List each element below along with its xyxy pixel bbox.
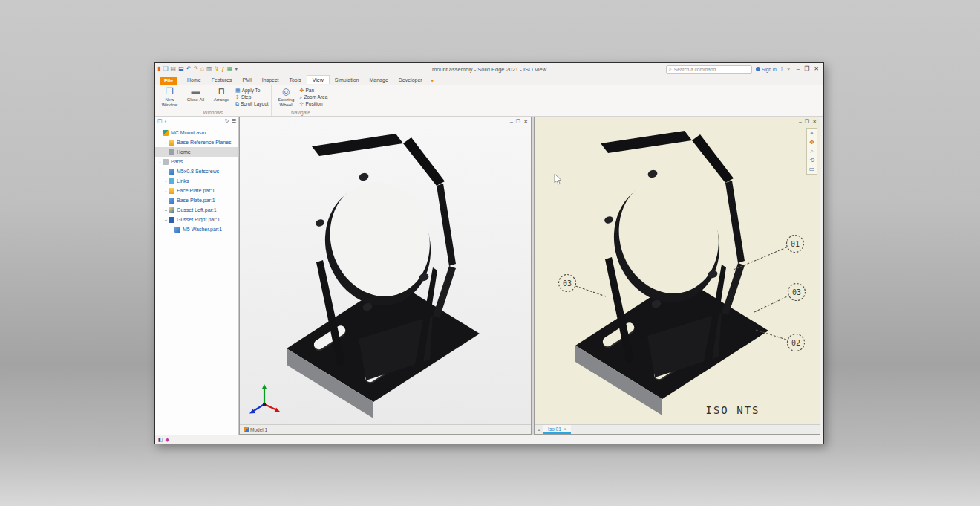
assembly-viewport[interactable]: – ❒ ✕ bbox=[240, 117, 531, 424]
fit-icon[interactable]: ▭ bbox=[809, 166, 815, 172]
pan-button[interactable]: ✥Pan bbox=[300, 88, 328, 93]
tree-item-mc-mount-asm[interactable]: MC Mount.asm bbox=[155, 128, 238, 137]
step-button[interactable]: ↧Step bbox=[235, 94, 269, 100]
position-button[interactable]: ⊹Position bbox=[300, 101, 328, 106]
tab-manage[interactable]: Manage bbox=[364, 76, 393, 84]
app-logo-icon[interactable]: ▮ bbox=[157, 66, 160, 72]
balloon-annotations: 01030203 bbox=[535, 117, 820, 424]
mouse-cursor bbox=[554, 174, 562, 185]
close-all-button[interactable]: ▬Close All bbox=[183, 86, 208, 109]
tab-simulation[interactable]: Simulation bbox=[330, 76, 365, 84]
rotate-icon[interactable]: ⟲ bbox=[809, 157, 814, 163]
new-document-icon[interactable]: ❏ bbox=[163, 66, 168, 72]
expander-icon[interactable]: + bbox=[163, 218, 169, 222]
ribbon: ❐New Window▬Close All⊓Arrange▦Apply To↧S… bbox=[155, 85, 823, 117]
tree-item-gusset-left-par-1[interactable]: +Gusset Left.par:1 bbox=[155, 205, 238, 215]
save-icon[interactable]: ⬓ bbox=[178, 66, 184, 72]
tree-item-m5x0-8-setscrews[interactable]: +M5x0.8 Setscrews bbox=[155, 166, 238, 176]
maximize-button[interactable]: ❐ bbox=[804, 66, 809, 72]
sign-in-button[interactable]: Sign in bbox=[756, 67, 777, 72]
minimize-button[interactable]: – bbox=[799, 119, 802, 124]
apply-to-button[interactable]: ▦Apply To bbox=[235, 88, 269, 93]
expander-icon[interactable]: - bbox=[163, 189, 169, 193]
undo-icon[interactable]: ↶ bbox=[186, 66, 192, 72]
window-background bbox=[820, 117, 823, 435]
close-button[interactable]: ✕ bbox=[523, 119, 528, 124]
redo-icon[interactable]: ↷ bbox=[193, 66, 198, 72]
zoom-area-icon: ⌕ bbox=[300, 94, 303, 100]
search-placeholder: Search a command bbox=[674, 67, 716, 72]
tree-item-label: Base Plate.par:1 bbox=[177, 198, 215, 203]
tab-pmi[interactable]: PMI bbox=[237, 76, 256, 84]
tree-item-base-plate-par-1[interactable]: +Base Plate.par:1 bbox=[155, 195, 238, 205]
tree-item-m5-washer-par-1[interactable]: M5 Washer.par:1 bbox=[155, 224, 238, 234]
panel-collapse-icon[interactable]: ‹ bbox=[165, 119, 166, 124]
scroll-layout-button[interactable]: ⧉Scroll Layout bbox=[235, 101, 269, 106]
expander-icon[interactable]: + bbox=[163, 140, 169, 145]
tab-developer[interactable]: Developer bbox=[393, 76, 428, 84]
pan-icon[interactable]: ✥ bbox=[809, 139, 814, 146]
expander-icon[interactable]: + bbox=[163, 208, 169, 213]
restore-button[interactable]: ❒ bbox=[516, 119, 520, 124]
tab-home[interactable]: Home bbox=[182, 76, 206, 84]
parts-library-icon[interactable]: ▦ bbox=[227, 66, 233, 72]
tree-item-label: Parts bbox=[171, 159, 183, 164]
tree-item-face-plate-par-1[interactable]: -Face Plate.par:1 bbox=[155, 186, 238, 195]
zoom-area-button[interactable]: ⌕Zoom Area bbox=[300, 94, 328, 100]
refresh-icon[interactable]: ↻ bbox=[225, 118, 229, 124]
tab-inspect[interactable]: Inspect bbox=[257, 76, 284, 84]
ribbon-options-caret[interactable]: ▾ bbox=[428, 77, 437, 85]
panel-menu-icon[interactable]: ☰ bbox=[232, 118, 236, 124]
expander-icon[interactable]: - bbox=[163, 179, 169, 184]
steering-wheel-icon: ◎ bbox=[282, 87, 290, 97]
ribbon-tab-row: File HomeFeaturesPMIInspectToolsViewSimu… bbox=[155, 75, 823, 85]
close-button[interactable]: ✕ bbox=[812, 119, 817, 124]
step-icon: ↧ bbox=[235, 94, 240, 100]
minimize-button[interactable]: – bbox=[510, 119, 513, 124]
command-search-input[interactable]: ⌕ Search a command bbox=[666, 65, 752, 74]
tab-tools[interactable]: Tools bbox=[284, 76, 306, 84]
tree-item-gusset-right-par-1[interactable]: +Gusset Right.par:1 bbox=[155, 215, 238, 224]
close-button[interactable]: ✕ bbox=[814, 66, 819, 72]
balloon-number: 01 bbox=[791, 240, 800, 248]
bracket-model[interactable] bbox=[284, 128, 531, 424]
expander-icon[interactable]: + bbox=[163, 169, 169, 174]
tree-item-links[interactable]: -Links bbox=[155, 176, 238, 186]
help-button[interactable]: ? bbox=[787, 66, 790, 73]
model-tab-bar: Model 1 bbox=[240, 424, 531, 434]
title-bar: ▮❏▤⬓↶↷⌂▥↯ƒ▦▾ mount assembly - Solid Edge… bbox=[155, 63, 823, 75]
file-tab[interactable]: File bbox=[160, 77, 177, 85]
more-commands-icon[interactable]: ▾ bbox=[235, 66, 238, 72]
tree-item-label: M5x0.8 Setscrews bbox=[177, 169, 219, 174]
steering-wheel-button[interactable]: ◎Steering Wheel bbox=[274, 86, 298, 109]
tree-item-label: Face Plate.par:1 bbox=[177, 188, 215, 193]
new-window-button[interactable]: ❐New Window bbox=[157, 86, 182, 109]
sheet-list-icon[interactable]: ≡ bbox=[535, 427, 543, 432]
model-tab[interactable]: Model 1 bbox=[240, 427, 272, 432]
restore-button[interactable]: ❒ bbox=[805, 119, 809, 124]
share-icon[interactable]: ⤴ bbox=[780, 66, 783, 73]
sheet-icon[interactable]: ▥ bbox=[206, 66, 212, 72]
format-painter-icon[interactable]: ƒ bbox=[221, 66, 224, 72]
expander-icon[interactable]: + bbox=[163, 198, 169, 203]
draft-viewport[interactable]: – ❒ ✕ ⌖✥⌕⟲▭ 01030203 ISO NTS bbox=[535, 117, 820, 424]
sheet-close-icon[interactable]: × bbox=[564, 426, 566, 432]
active-sheet-tab[interactable]: Iso 01 × bbox=[543, 425, 571, 434]
minimize-button[interactable]: – bbox=[797, 66, 800, 72]
tree-item-base-reference-planes[interactable]: +Base Reference Planes bbox=[155, 137, 238, 147]
ribbon-group-navigate: ◎Steering Wheel✥Pan⌕Zoom Area⊹PositionNa… bbox=[272, 85, 331, 116]
expander-icon[interactable]: - bbox=[157, 160, 163, 164]
home-view-icon[interactable]: ⌂ bbox=[200, 66, 204, 72]
open-icon[interactable]: ▤ bbox=[171, 66, 177, 72]
tab-view[interactable]: View bbox=[307, 75, 330, 84]
select-icon[interactable]: ⌖ bbox=[810, 130, 814, 137]
view-annotation: ISO NTS bbox=[692, 404, 774, 416]
tab-features[interactable]: Features bbox=[206, 76, 238, 84]
flash-icon[interactable]: ↯ bbox=[215, 66, 220, 72]
tree-item-label: MC Mount.asm bbox=[171, 130, 206, 135]
tree-item-home[interactable]: Home bbox=[155, 147, 238, 157]
zoom-icon[interactable]: ⌕ bbox=[810, 148, 813, 155]
arrange-button[interactable]: ⊓Arrange bbox=[209, 86, 234, 109]
tree-item-parts[interactable]: -Parts bbox=[155, 157, 238, 166]
panel-dock-icon[interactable]: ◫ bbox=[157, 118, 163, 124]
